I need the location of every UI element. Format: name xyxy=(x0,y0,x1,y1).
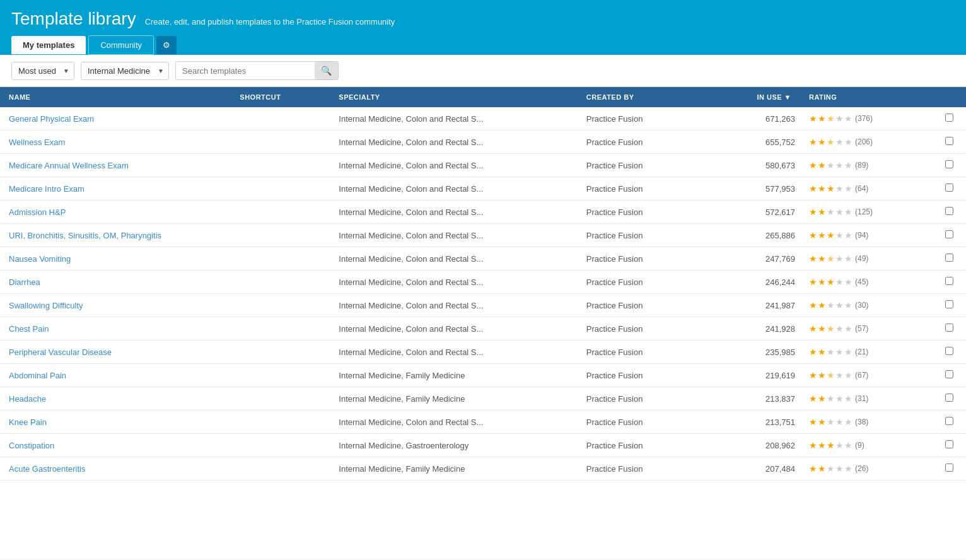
template-link[interactable]: Wellness Exam xyxy=(9,137,65,147)
cell-inuse: 219,619 xyxy=(709,364,800,387)
template-link[interactable]: Knee Pain xyxy=(9,417,47,427)
cell-checkbox xyxy=(932,434,966,457)
row-checkbox[interactable] xyxy=(945,160,953,168)
template-link[interactable]: Diarrhea xyxy=(9,277,40,287)
table-row: Admission H&P Internal Medicine, Colon a… xyxy=(0,201,966,224)
template-link[interactable]: Constipation xyxy=(9,441,54,450)
cell-created: Practice Fusion xyxy=(578,131,709,154)
cell-checkbox xyxy=(932,107,966,131)
row-checkbox[interactable] xyxy=(945,440,953,448)
table-header: NAME SHORTCUT SPECIALTY CREATED BY IN US… xyxy=(0,87,966,107)
cell-specialty: Internal Medicine, Colon and Rectal S... xyxy=(330,154,577,177)
col-header-specialty: SPECIALTY xyxy=(330,87,577,107)
template-link[interactable]: URI, Bronchitis, Sinusitis, OM, Pharyngi… xyxy=(9,231,161,240)
template-link[interactable]: Acute Gastroenteritis xyxy=(9,464,85,474)
cell-shortcut xyxy=(231,224,330,247)
rating-count: (57) xyxy=(855,324,868,333)
cell-inuse: 577,953 xyxy=(709,177,800,201)
cell-shortcut xyxy=(231,271,330,294)
rating-container: ★★★★★ (26) xyxy=(809,464,923,474)
settings-button[interactable]: ⚙ xyxy=(156,36,177,54)
cell-name: Swallowing Difficulty xyxy=(0,294,231,317)
row-checkbox[interactable] xyxy=(945,347,953,355)
cell-created: Practice Fusion xyxy=(578,364,709,387)
cell-name: Peripheral Vascular Disease xyxy=(0,341,231,364)
template-link[interactable]: Medicare Intro Exam xyxy=(9,184,84,194)
table-body: General Physical Exam Internal Medicine,… xyxy=(0,107,966,481)
rating-container: ★★★★★ (206) xyxy=(809,137,923,147)
template-link[interactable]: General Physical Exam xyxy=(9,114,94,124)
row-checkbox[interactable] xyxy=(945,394,953,402)
cell-rating: ★★★★★ (125) xyxy=(800,201,932,224)
col-header-inuse[interactable]: IN USE ▼ xyxy=(709,87,800,107)
specialty-select[interactable]: Internal Medicine Family Medicine Cardio… xyxy=(81,62,169,80)
row-checkbox[interactable] xyxy=(945,277,953,285)
cell-checkbox xyxy=(932,131,966,154)
page-title: Template library xyxy=(11,9,136,29)
row-checkbox[interactable] xyxy=(945,370,953,378)
table-row: Constipation Internal Medicine, Gastroen… xyxy=(0,434,966,457)
cell-inuse: 247,769 xyxy=(709,247,800,271)
cell-rating: ★★★★★ (376) xyxy=(800,107,932,131)
row-checkbox[interactable] xyxy=(945,207,953,215)
sort-select[interactable]: Most used Newest Rating xyxy=(11,62,74,80)
cell-shortcut xyxy=(231,317,330,341)
tab-my-templates[interactable]: My templates xyxy=(11,36,86,54)
template-table: NAME SHORTCUT SPECIALTY CREATED BY IN US… xyxy=(0,87,966,481)
cell-specialty: Internal Medicine, Colon and Rectal S... xyxy=(330,177,577,201)
cell-inuse: 241,928 xyxy=(709,317,800,341)
row-checkbox[interactable] xyxy=(945,184,953,192)
row-checkbox[interactable] xyxy=(945,114,953,122)
table-row: Diarrhea Internal Medicine, Colon and Re… xyxy=(0,271,966,294)
cell-checkbox xyxy=(932,294,966,317)
inuse-sort-icon: ▼ xyxy=(784,93,791,101)
cell-specialty: Internal Medicine, Family Medicine xyxy=(330,457,577,481)
row-checkbox[interactable] xyxy=(945,137,953,145)
row-checkbox[interactable] xyxy=(945,324,953,332)
cell-inuse: 655,752 xyxy=(709,131,800,154)
cell-checkbox xyxy=(932,341,966,364)
template-link[interactable]: Peripheral Vascular Disease xyxy=(9,347,112,357)
template-link[interactable]: Swallowing Difficulty xyxy=(9,301,83,310)
search-icon: 🔍 xyxy=(321,66,332,76)
cell-shortcut xyxy=(231,131,330,154)
rating-count: (21) xyxy=(855,347,868,356)
cell-rating: ★★★★★ (67) xyxy=(800,364,932,387)
row-checkbox[interactable] xyxy=(945,300,953,308)
row-checkbox[interactable] xyxy=(945,417,953,425)
template-link[interactable]: Nausea Vomiting xyxy=(9,254,71,264)
tab-community[interactable]: Community xyxy=(88,35,154,55)
cell-shortcut xyxy=(231,107,330,131)
template-link[interactable]: Chest Pain xyxy=(9,324,49,334)
cell-created: Practice Fusion xyxy=(578,411,709,434)
cell-inuse: 208,962 xyxy=(709,434,800,457)
cell-inuse: 265,886 xyxy=(709,224,800,247)
header-title-row: Template library Create, edit, and publi… xyxy=(11,9,955,29)
cell-inuse: 671,263 xyxy=(709,107,800,131)
cell-shortcut xyxy=(231,201,330,224)
table-row: Swallowing Difficulty Internal Medicine,… xyxy=(0,294,966,317)
cell-specialty: Internal Medicine, Family Medicine xyxy=(330,364,577,387)
rating-count: (376) xyxy=(855,114,873,123)
cell-specialty: Internal Medicine, Colon and Rectal S... xyxy=(330,271,577,294)
cell-checkbox xyxy=(932,411,966,434)
rating-container: ★★★★★ (30) xyxy=(809,300,923,310)
row-checkbox[interactable] xyxy=(945,464,953,472)
rating-count: (89) xyxy=(855,161,868,170)
cell-shortcut xyxy=(231,177,330,201)
search-button[interactable]: 🔍 xyxy=(315,62,338,79)
row-checkbox[interactable] xyxy=(945,254,953,262)
search-input[interactable] xyxy=(176,62,315,79)
cell-shortcut xyxy=(231,364,330,387)
template-link[interactable]: Medicare Annual Wellness Exam xyxy=(9,161,129,170)
rating-container: ★★★★★ (45) xyxy=(809,277,923,287)
row-checkbox[interactable] xyxy=(945,230,953,238)
cell-checkbox xyxy=(932,271,966,294)
template-link[interactable]: Admission H&P xyxy=(9,207,66,217)
cell-inuse: 207,484 xyxy=(709,457,800,481)
table-row: Medicare Intro Exam Internal Medicine, C… xyxy=(0,177,966,201)
cell-rating: ★★★★★ (26) xyxy=(800,457,932,481)
template-link[interactable]: Abdominal Pain xyxy=(9,371,66,380)
template-link[interactable]: Headache xyxy=(9,394,46,404)
cell-shortcut xyxy=(231,294,330,317)
